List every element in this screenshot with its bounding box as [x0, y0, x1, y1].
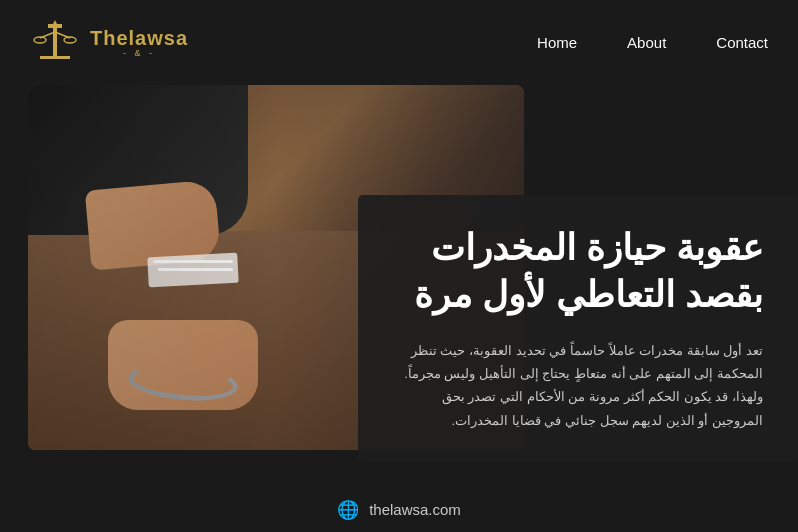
logo-text: Thelawsa - & - — [90, 27, 188, 59]
nav-home[interactable]: Home — [537, 34, 577, 51]
svg-marker-7 — [52, 20, 58, 26]
globe-icon: 🌐 — [337, 499, 359, 521]
logo-tagline: - & - — [90, 49, 188, 59]
hero-text-card: عقوبة حيازة المخدرات بقصد التعاطي لأول م… — [358, 195, 798, 462]
logo: Thelawsa - & - — [30, 18, 188, 68]
nav-links: Home About Contact — [537, 34, 768, 51]
hero-section: عقوبة حيازة المخدرات بقصد التعاطي لأول م… — [0, 85, 798, 532]
navbar: Thelawsa - & - Home About Contact — [0, 0, 798, 85]
hero-description: تعد أول سابقة مخدرات عاملاً حاسماً في تح… — [393, 339, 763, 433]
hero-title: عقوبة حيازة المخدرات بقصد التعاطي لأول م… — [393, 225, 763, 319]
svg-rect-1 — [40, 56, 70, 59]
footer-url: thelawsa.com — [369, 501, 461, 518]
svg-rect-0 — [53, 26, 57, 56]
logo-icon — [30, 18, 80, 68]
footer: 🌐 thelawsa.com — [0, 487, 798, 532]
logo-name: Thelawsa — [90, 27, 188, 49]
nav-about[interactable]: About — [627, 34, 666, 51]
nav-contact[interactable]: Contact — [716, 34, 768, 51]
